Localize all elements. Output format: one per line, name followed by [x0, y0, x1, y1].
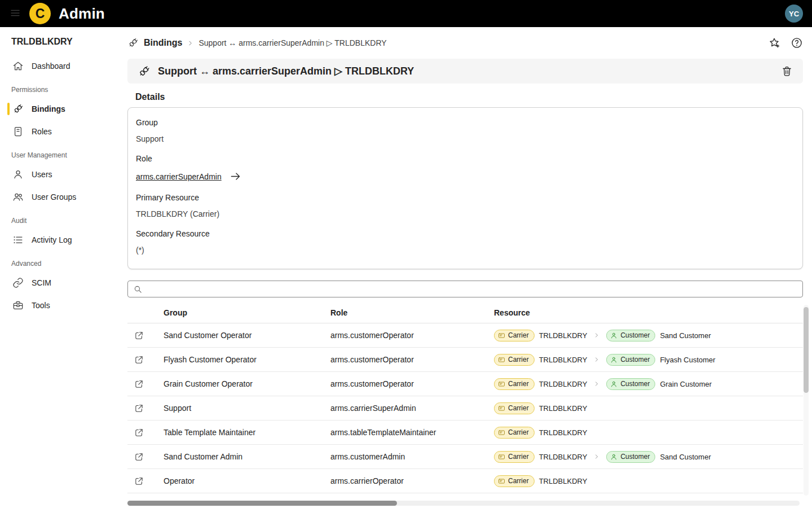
sidebar-item-activity-log[interactable]: Activity Log — [0, 229, 118, 251]
sidebar-item-users[interactable]: Users — [0, 163, 118, 186]
detail-field-secondary-resource: Secondary Resource(*) — [136, 229, 795, 255]
resource-name: TRLDBLKDRY — [539, 477, 588, 485]
cell-open — [127, 331, 164, 340]
horizontal-scrollbar-thumb[interactable] — [127, 501, 397, 506]
card-icon — [498, 429, 505, 436]
badge-label: Customer — [620, 356, 650, 364]
badge-label: Customer — [620, 380, 650, 388]
detail-field-label: Role — [136, 154, 795, 163]
delete-binding-button[interactable] — [781, 65, 793, 77]
role-link[interactable]: arms.carrierSuperAdmin — [136, 170, 241, 182]
table-row[interactable]: Sand Customer Adminarms.customerAdminCar… — [127, 445, 803, 469]
card-icon — [498, 356, 505, 364]
sidebar-item-label: Activity Log — [32, 235, 72, 244]
table-row[interactable]: Flyash Customer Operatorarms.customerOpe… — [127, 348, 803, 372]
sidebar-item-roles[interactable]: Roles — [0, 120, 118, 143]
link-icon — [12, 277, 24, 288]
table-row[interactable]: Table Template Maintainerarms.tableTempl… — [127, 421, 803, 445]
plug-icon — [12, 103, 24, 115]
cell-open — [127, 355, 164, 365]
app-logo: C — [29, 3, 51, 24]
resource-name: Sand Customer — [660, 331, 710, 340]
sidebar-item-bindings[interactable]: Bindings — [0, 98, 118, 120]
details-card: GroupSupportRolearms.carrierSuperAdminPr… — [127, 107, 803, 269]
details-section-title: Details — [135, 92, 803, 102]
open-binding-button[interactable] — [134, 476, 144, 486]
open-binding-button[interactable] — [134, 355, 144, 365]
vertical-scrollbar-thumb[interactable] — [804, 307, 809, 393]
cell-role: arms.tableTemplateMaintainer — [330, 428, 494, 437]
page-title: Support ↔ arms.carrierSuperAdmin ▷ TRLDB… — [158, 65, 414, 77]
cell-group: Sand Customer Admin — [164, 452, 330, 461]
table-row[interactable]: Operatorarms.carrierOperatorCarrierTRLDB… — [127, 469, 803, 493]
breadcrumb-actions — [768, 37, 803, 49]
sidebar-item-user-groups[interactable]: User Groups — [0, 186, 118, 208]
main-content: Bindings Support ↔ arms.carrierSuperAdmi… — [118, 32, 812, 493]
sidebar-section-label: Permissions — [0, 77, 118, 98]
open-icon — [134, 476, 144, 486]
notebook-icon — [12, 126, 24, 137]
open-icon — [134, 355, 144, 365]
resource-name: TRLDBLKDRY — [539, 356, 588, 364]
resource-name: TRLDBLKDRY — [539, 404, 588, 413]
badge-label: Carrier — [508, 356, 529, 364]
resource-name: TRLDBLKDRY — [539, 453, 588, 461]
detail-field-label: Secondary Resource — [136, 229, 795, 238]
vertical-scrollbar[interactable] — [804, 305, 809, 496]
chevron-icon — [593, 332, 600, 339]
sidebar-item-label: Bindings — [32, 104, 65, 113]
bindings-table: Group Role Resource Sand Customer Operat… — [127, 302, 803, 493]
arrow-icon — [230, 170, 241, 182]
breadcrumb-root-label: Bindings — [144, 38, 182, 48]
sidebar: TRLDBLKDRY DashboardPermissionsBindingsR… — [0, 27, 118, 508]
customer-badge: Customer — [606, 354, 655, 366]
sidebar-item-tools[interactable]: Tools — [0, 294, 118, 317]
detail-field-label: Primary Resource — [136, 193, 795, 202]
open-binding-button[interactable] — [134, 452, 144, 462]
horizontal-scrollbar[interactable] — [127, 501, 800, 506]
open-binding-button[interactable] — [134, 331, 144, 340]
table-row[interactable]: Sand Customer Operatorarms.customerOpera… — [127, 323, 803, 348]
open-binding-button[interactable] — [134, 428, 144, 437]
person-icon — [610, 332, 617, 339]
help-button[interactable] — [791, 37, 803, 49]
sidebar-item-label: Roles — [32, 127, 52, 136]
hamburger-menu-button[interactable] — [9, 7, 21, 20]
avatar[interactable]: YC — [785, 5, 803, 23]
sidebar-item-dashboard[interactable]: Dashboard — [0, 55, 118, 77]
cell-group: Operator — [164, 476, 330, 485]
favorite-add-button[interactable] — [768, 37, 780, 49]
sidebar-section-label: User Management — [0, 143, 118, 163]
chevron-right-icon — [187, 40, 194, 47]
breadcrumb-bindings[interactable]: Bindings — [127, 37, 182, 49]
open-icon — [134, 428, 144, 437]
cell-resource: CarrierTRLDBLKDRY — [494, 427, 803, 439]
sidebar-section-label: Advanced — [0, 251, 118, 271]
table-row[interactable]: Supportarms.carrierSuperAdminCarrierTRLD… — [127, 396, 803, 421]
cell-group: Table Template Maintainer — [164, 428, 330, 437]
open-binding-button[interactable] — [134, 379, 144, 389]
plug-icon — [138, 65, 151, 78]
open-binding-button[interactable] — [134, 404, 144, 413]
logo-letter: C — [36, 6, 45, 21]
sidebar-item-scim[interactable]: SCIM — [0, 271, 118, 294]
resource-name: Grain Customer — [660, 380, 712, 388]
customer-badge: Customer — [606, 451, 655, 463]
resource-name: Sand Customer — [660, 453, 710, 461]
badge-label: Carrier — [508, 453, 529, 461]
resource-name: TRLDBLKDRY — [539, 428, 588, 437]
page-header: Support ↔ arms.carrierSuperAdmin ▷ TRLDB… — [127, 59, 803, 84]
table-row[interactable]: Grain Customer Operatorarms.customerOper… — [127, 372, 803, 396]
avatar-initials: YC — [789, 10, 799, 18]
chevron-icon — [593, 356, 600, 363]
search-input[interactable] — [147, 284, 797, 294]
detail-field-label: Group — [136, 118, 795, 127]
detail-field-group: GroupSupport — [136, 118, 795, 143]
card-icon — [498, 453, 505, 461]
detail-field-value: TRLDBLKDRY (Carrier) — [136, 209, 795, 218]
tasklist-icon — [12, 234, 24, 246]
card-icon — [498, 405, 505, 412]
carrier-badge: Carrier — [494, 451, 535, 463]
customer-badge: Customer — [606, 378, 655, 390]
badge-label: Carrier — [508, 477, 529, 485]
